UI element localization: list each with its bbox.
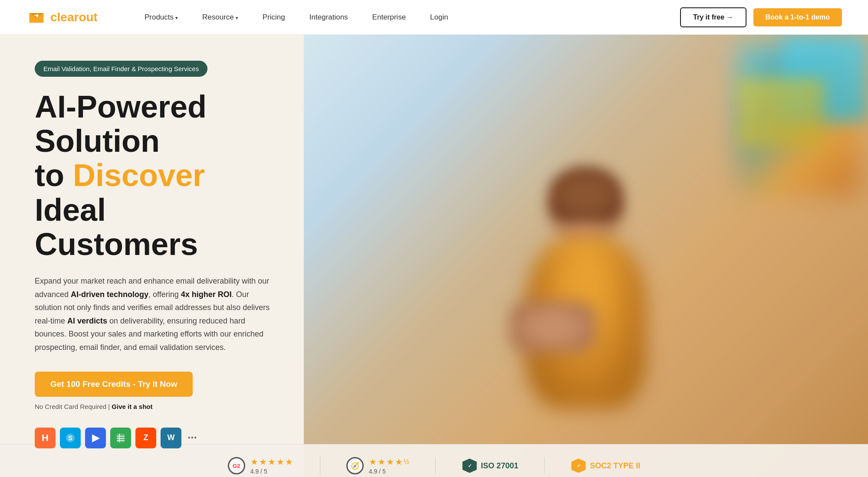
capterra-icon: 🧭 [346, 457, 364, 474]
hero-image [304, 35, 868, 477]
capterra-half-star: ½ [404, 458, 409, 466]
hero-content: Email Validation, Email Finder & Prospec… [0, 35, 304, 477]
soc2-cert: ✓ SOC2 TYPE II [571, 458, 640, 474]
hero-section: Email Validation, Email Finder & Prospec… [0, 35, 868, 477]
nav-enterprise[interactable]: Enterprise [360, 0, 418, 35]
navbar: clearout Products ▾ Resource ▾ Pricing I… [0, 0, 868, 35]
zapier-icon[interactable]: Z [135, 428, 156, 448]
svg-rect-3 [117, 434, 125, 442]
salesforce-icon[interactable]: S [60, 428, 81, 448]
nav-pricing[interactable]: Pricing [250, 0, 297, 35]
no-credit-card-text: No Credit Card Required | Give it a shot [35, 403, 278, 410]
divider-2 [435, 457, 436, 474]
resource-chevron-icon: ▾ [236, 0, 238, 35]
capterra-star-row: ★★★★ ½ [369, 457, 409, 467]
capterra-rating: 🧭 ★★★★ ½ 4.9 / 5 [346, 457, 409, 475]
nav-login[interactable]: Login [418, 0, 460, 35]
nav-products[interactable]: Products ▾ [132, 0, 190, 35]
logo-icon [26, 7, 47, 28]
capterra-stars: ★★★★ ½ 4.9 / 5 [369, 457, 409, 475]
nav-actions: Try it free → Book a 1-to-1 demo [680, 7, 842, 27]
iso-label: ISO 27001 [481, 461, 518, 470]
hubspot-icon[interactable]: H [35, 428, 56, 448]
book-demo-button[interactable]: Book a 1-to-1 demo [753, 8, 842, 26]
hero-badge: Email Validation, Email Finder & Prospec… [35, 61, 207, 77]
svg-text:✓: ✓ [577, 463, 581, 468]
iso-cert: ✓ ISO 27001 [462, 458, 518, 474]
wordpress-icon[interactable]: W [161, 428, 181, 448]
sheets-icon[interactable] [110, 428, 131, 448]
nav-integrations[interactable]: Integrations [297, 0, 360, 35]
activecampaign-icon[interactable]: ▶ [85, 428, 106, 448]
svg-text:S: S [68, 435, 72, 441]
logo[interactable]: clearout [26, 7, 98, 28]
try-free-button[interactable]: Try it free → [680, 7, 746, 27]
soc2-shield-icon: ✓ [571, 458, 586, 474]
capterra-star-icons: ★★★★ [369, 457, 404, 467]
nav-resource[interactable]: Resource ▾ [190, 0, 250, 35]
logo-text: clearout [50, 10, 98, 24]
cta-button[interactable]: Get 100 Free Credits - Try It Now [35, 372, 193, 397]
divider-1 [320, 457, 320, 474]
nav-links: Products ▾ Resource ▾ Pricing Integratio… [132, 0, 680, 35]
svg-text:✓: ✓ [468, 463, 472, 468]
bg-shape-3 [738, 78, 825, 147]
give-shot-link[interactable]: Give it a shot [112, 403, 152, 410]
capterra-score: 4.9 / 5 [369, 468, 409, 475]
iso-shield-icon: ✓ [462, 458, 477, 474]
divider-3 [544, 457, 545, 474]
hero-title: AI-Powered Solution to Discover Ideal Cu… [35, 90, 278, 261]
integrations-row: H S ▶ Z W ··· [35, 428, 278, 448]
products-chevron-icon: ▾ [175, 0, 178, 35]
person-figure [503, 149, 668, 453]
more-integrations-icon[interactable]: ··· [186, 428, 199, 448]
hero-description: Expand your market reach and enhance ema… [35, 274, 278, 354]
soc2-label: SOC2 TYPE II [590, 461, 640, 470]
